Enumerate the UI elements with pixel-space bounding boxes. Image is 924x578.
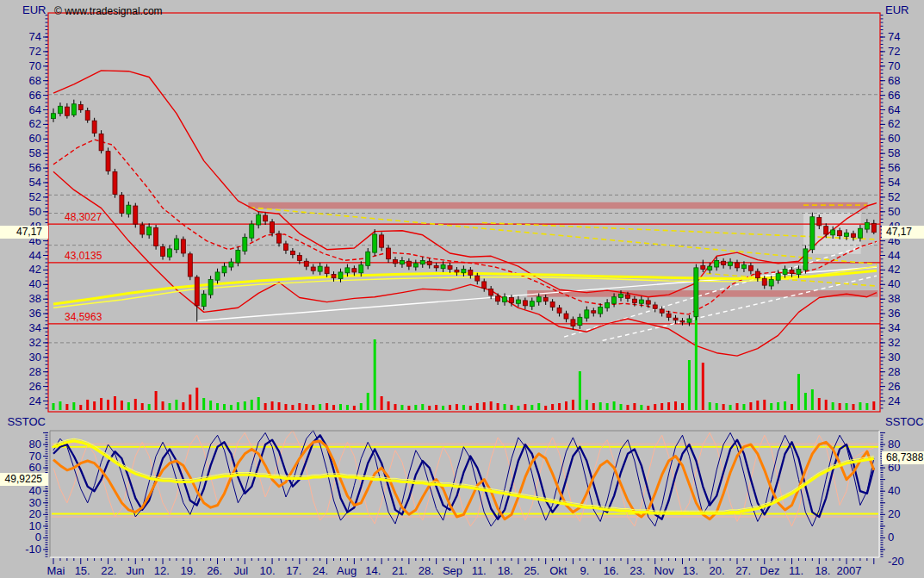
volume-bar	[353, 406, 356, 410]
price-axis-label-left: 28	[16, 366, 41, 378]
price-axis-label-left: 64	[16, 104, 41, 116]
candle-body	[71, 104, 76, 115]
candle-body	[729, 262, 733, 265]
price-axis-label-right: 38	[888, 293, 900, 305]
volume-bar	[175, 400, 177, 410]
candle-body	[318, 266, 322, 271]
volume-bar	[209, 401, 212, 410]
candle-body	[359, 264, 363, 272]
candle-body	[687, 319, 691, 322]
price-axis-label-left: 40	[16, 278, 41, 290]
volume-bar	[709, 402, 711, 410]
volume-bar	[483, 402, 486, 410]
candle-body	[694, 268, 698, 317]
stoch-axis-label-left: -10	[16, 544, 41, 556]
candle-body	[52, 114, 56, 119]
price-axis-label-left: 60	[16, 133, 41, 145]
price-axis-label-left: 30	[16, 351, 41, 364]
candle-body	[413, 264, 418, 267]
trend-yellow-dashed-1	[250, 208, 877, 264]
volume-bar	[374, 339, 376, 410]
candle-body	[482, 282, 487, 289]
volume-bar	[326, 403, 328, 410]
candle-body	[680, 321, 685, 323]
volume-bar	[278, 402, 281, 410]
volume-bar	[449, 405, 451, 410]
volume-bar	[394, 404, 397, 410]
candle-body	[543, 298, 548, 301]
candle-body	[106, 152, 110, 171]
candle-body	[215, 272, 220, 280]
candle-body	[202, 294, 206, 306]
volume-bar	[572, 400, 574, 410]
price-axis-label-right: 72	[888, 46, 900, 58]
candle-body	[810, 217, 815, 250]
candle-body	[571, 320, 575, 326]
volume-bar	[620, 404, 623, 410]
candle-body	[632, 299, 636, 302]
candle-body	[496, 296, 500, 301]
price-axis-label-right: 26	[888, 381, 900, 393]
candle-body	[78, 105, 83, 110]
price-axis-label-left: 62	[16, 118, 41, 130]
candle-body	[257, 214, 261, 225]
candle-body	[208, 279, 213, 295]
alert-line-label: 34,5963	[65, 311, 102, 323]
candle-body	[557, 308, 561, 313]
volume-bar	[825, 400, 828, 410]
price-axis-label-left: 38	[16, 293, 41, 305]
candle-body	[536, 297, 541, 302]
volume-bar	[264, 403, 267, 410]
candle-body	[741, 264, 746, 268]
volume-bar	[332, 405, 335, 410]
volume-bar	[346, 405, 349, 410]
price-axis-label-right: 28	[888, 366, 900, 378]
candle-body	[592, 311, 596, 314]
candle-body	[865, 222, 869, 229]
candle-body	[722, 261, 726, 264]
candle-body	[605, 302, 610, 308]
candle-body	[297, 256, 301, 261]
candle-body	[85, 110, 90, 120]
candle-body	[120, 195, 124, 213]
volume-bar	[339, 404, 342, 410]
candle-body	[748, 265, 753, 270]
stoch-marker-right: 68,7388	[882, 451, 924, 464]
candle-body	[598, 307, 603, 314]
copyright-notice: © www.tradesignal.com	[54, 5, 163, 17]
candle-body	[503, 297, 507, 302]
volume-bar	[497, 403, 499, 410]
volume-bar	[859, 402, 861, 410]
candle-body	[345, 268, 350, 273]
stoch-axis-label-left: 80	[16, 438, 41, 451]
candle-body	[325, 267, 329, 274]
price-axis-label-right: 24	[888, 395, 900, 407]
price-axis-label-left: 32	[16, 337, 41, 349]
candle-body	[434, 265, 438, 268]
chart-canvas	[0, 0, 924, 578]
price-axis-label-right: 58	[888, 147, 900, 159]
candle-body	[380, 235, 384, 247]
candle-body	[646, 301, 650, 304]
volume-bar	[141, 403, 144, 410]
candle-body	[667, 314, 671, 317]
candle-body	[250, 224, 254, 238]
candle-body	[755, 271, 760, 278]
candle-body	[277, 233, 282, 243]
volume-bar	[756, 401, 759, 410]
volume-bar	[736, 403, 739, 410]
price-axis-label-left: 42	[16, 264, 41, 276]
volume-bar	[469, 406, 472, 410]
stoch-axis-label-right: 40	[888, 485, 900, 497]
volume-layer	[53, 305, 876, 410]
price-axis-label-right: 30	[888, 351, 900, 364]
candle-body	[270, 222, 275, 233]
volume-bar	[312, 405, 314, 410]
candle-body	[188, 254, 192, 277]
candle-body	[174, 239, 178, 250]
candle-body	[871, 223, 876, 232]
price-axis-label-left: 54	[16, 177, 41, 189]
volume-bar	[298, 403, 301, 410]
price-axis-label-left: 52	[16, 191, 41, 203]
price-axis-label-left: 58	[16, 147, 41, 159]
